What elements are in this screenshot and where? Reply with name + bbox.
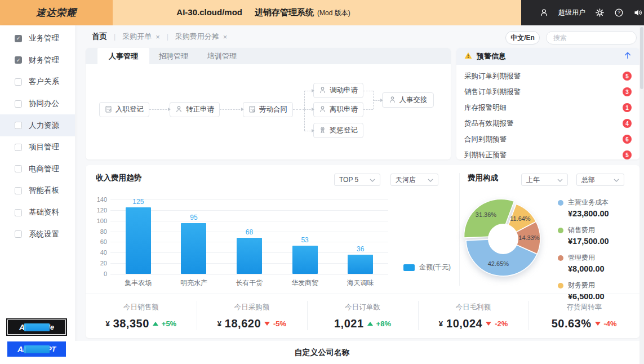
sidebar-item-label: 电商管理: [29, 164, 59, 174]
close-icon[interactable]: ×: [223, 33, 228, 41]
sidebar-item-8[interactable]: 智能看板: [0, 180, 75, 202]
count-badge: 6: [623, 135, 632, 144]
sidebar-item-9[interactable]: 基础资料: [0, 202, 75, 224]
alert-item-2[interactable]: 销售订单到期报警3: [464, 84, 632, 100]
badge-divider: |: [24, 345, 50, 353]
trend-down-icon: [486, 322, 491, 326]
flow-node-2[interactable]: 转正申请: [170, 102, 220, 117]
period-select[interactable]: 上年: [521, 174, 568, 186]
top-n-select[interactable]: TOP 5: [334, 174, 380, 186]
kpi-value: 10,024: [446, 317, 482, 330]
logo-text: 速达荣耀: [36, 6, 77, 19]
tab-purchase-cost[interactable]: 采购费用分摊 ×: [175, 32, 228, 42]
alert-item-1[interactable]: 采购订单到期报警5: [464, 68, 632, 84]
bar-海天调味[interactable]: [348, 255, 373, 274]
tab-separator: |: [167, 33, 168, 41]
flow-node-label: 离职申请: [330, 105, 358, 114]
close-icon[interactable]: ×: [156, 33, 160, 41]
bar-chart-legend: 金额(千元): [403, 263, 451, 272]
logo-area[interactable]: 速达荣耀: [0, 0, 113, 25]
person-icon: [319, 86, 326, 95]
alert-panel-header: 预警信息: [456, 48, 639, 65]
kpi-delta: -5%: [273, 319, 286, 328]
hr-card-tabs: 人事管理 招聘管理 培训管理: [86, 48, 451, 64]
sidebar-item-10[interactable]: 系统设置: [0, 223, 75, 245]
language-toggle-button[interactable]: 中文/En: [505, 31, 540, 45]
scrollbar-thumb[interactable]: [640, 27, 643, 89]
flow-connector-9: [363, 109, 373, 110]
bar-集丰农场[interactable]: [126, 207, 151, 274]
tab-training-management[interactable]: 培训管理: [198, 48, 246, 64]
sidebar-item-7[interactable]: 电商管理: [0, 158, 75, 180]
alert-panel: 预警信息 采购订单到期报警5销售订单到期报警3库存报警明细1货品有效期报警4合同…: [456, 48, 639, 159]
tab-purchase-order[interactable]: 采购开单 ×: [122, 32, 160, 42]
legend-name: 财务费用: [568, 281, 595, 290]
y-axis-tick: 100: [90, 217, 107, 224]
sidebar-item-4[interactable]: 协同办公: [0, 93, 75, 115]
flow-node-5[interactable]: 离职申请: [313, 102, 363, 117]
trend-up-icon: [367, 322, 373, 326]
alert-item-3[interactable]: 库存报警明细1: [464, 100, 632, 116]
user-name[interactable]: 超级用户: [558, 8, 585, 17]
store-select[interactable]: 天河店: [390, 174, 438, 186]
search-box[interactable]: [546, 31, 637, 45]
user-icon[interactable]: [539, 8, 549, 17]
kpi-1: 今日销售额¥38,350+5%: [86, 294, 197, 338]
donut-legend-item-1[interactable]: 主营业务成本¥23,800.00: [558, 198, 609, 218]
sidebar-item-6[interactable]: 项目管理: [0, 136, 75, 158]
tab-label: 采购开单: [122, 32, 152, 42]
badge-divider: |: [24, 323, 50, 331]
tab-home[interactable]: 首页: [92, 32, 107, 42]
flow-node-1[interactable]: 入职登记: [99, 102, 149, 117]
kpi-delta: -4%: [604, 319, 617, 328]
alert-item-5[interactable]: 合同到期预警6: [464, 131, 632, 147]
bar-华发商贸[interactable]: [292, 246, 318, 274]
alert-item-4[interactable]: 货品有效期报警4: [464, 116, 632, 131]
income-trend-title: 收入费用趋势: [96, 173, 141, 183]
announcement-speaker-icon[interactable]: [633, 8, 643, 17]
settings-gear-icon[interactable]: [595, 8, 605, 17]
alert-item-6[interactable]: 到期转正预警5: [464, 147, 632, 163]
y-axis-tick: 0: [90, 270, 107, 277]
help-icon[interactable]: ?: [614, 8, 624, 17]
y-axis-tick: 60: [90, 238, 107, 245]
tab-hr-management[interactable]: 人事管理: [97, 48, 149, 64]
donut-legend-item-2[interactable]: 销售费用¥17,500.00: [558, 225, 609, 246]
sidebar-item-3[interactable]: 客户关系: [0, 71, 75, 93]
kpi-3: 今日订单数1,021+8%: [307, 294, 418, 338]
sidebar-item-5[interactable]: 人力资源: [0, 114, 75, 136]
svg-text:?: ?: [618, 10, 620, 15]
slice-percent-label: 11.64%: [505, 215, 535, 222]
donut-legend-item-3[interactable]: 管理费用¥8,000.00: [558, 253, 609, 273]
ai-sdgpt-badge[interactable]: AI | SD-GPT: [7, 341, 66, 357]
kpi-label: 今日销售额: [123, 303, 159, 312]
kpi-5: 存货周转率50.63%-4%: [528, 294, 639, 338]
ai-lcode-badge[interactable]: AI | L-code: [7, 319, 66, 335]
bar-明亮水产[interactable]: [181, 223, 206, 274]
kpi-delta: +5%: [162, 319, 176, 328]
alert-item-label: 采购订单到期报警: [464, 72, 521, 81]
collapse-up-arrow-icon[interactable]: [624, 51, 632, 61]
sidebar-item-label: 基础资料: [29, 207, 59, 217]
flow-node-7[interactable]: 人事交接: [382, 92, 434, 108]
branch-select[interactable]: 总部: [576, 174, 624, 186]
app-window: 速达荣耀 AI-30.cloud/mod 进销存管理系统 (Mod 版本) 超级…: [0, 0, 644, 364]
sidebar-item-label: 人力资源: [29, 121, 59, 131]
flow-node-3[interactable]: 劳动合同: [243, 102, 293, 117]
sidebar-item-2[interactable]: ✓财务管理: [0, 50, 75, 72]
sidebar-item-1[interactable]: ✓业务管理: [0, 28, 75, 50]
flow-node-4[interactable]: 调动申请: [313, 83, 363, 98]
sidebar-menu: ✓业务管理✓财务管理客户关系协同办公人力资源项目管理电商管理智能看板基础资料系统…: [0, 25, 75, 245]
y-axis-tick: 140: [90, 196, 107, 203]
search-input[interactable]: [553, 34, 641, 42]
bar-长有干货[interactable]: [237, 238, 262, 274]
chevron-down-icon: [614, 176, 619, 184]
flow-node-label: 劳动合同: [259, 105, 287, 114]
legend-amount: ¥23,800.00: [568, 209, 609, 218]
alert-panel-title: 预警信息: [477, 51, 619, 61]
legend-amount: ¥17,500.00: [568, 237, 609, 246]
flow-node-6[interactable]: 奖惩登记: [313, 123, 363, 138]
system-name: 进销存管理系统: [255, 7, 314, 18]
tab-recruit-management[interactable]: 招聘管理: [149, 48, 198, 64]
count-badge: 1: [623, 103, 632, 112]
